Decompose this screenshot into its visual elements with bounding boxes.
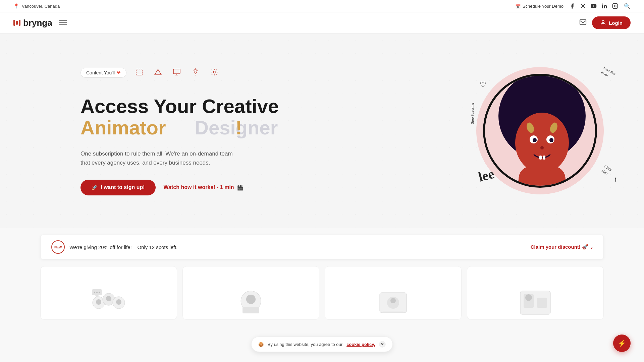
monitor-tool-icon [171,66,183,78]
svg-text:Stop Stressing: Stop Stressing [470,103,474,124]
logo[interactable]: brynga [13,18,52,28]
location-pin-icon: 📍 [13,3,19,9]
card-1 [40,266,177,320]
fab-power-button[interactable]: ⚡ [613,335,631,352]
signup-button[interactable]: 🚀 I want to sign up! [80,180,156,195]
svg-point-10 [213,71,215,73]
card-3 [325,266,462,320]
hero-buttons: 🚀 I want to sign up! Watch how it works!… [80,180,322,195]
pin-tool-icon [190,66,202,78]
stop-stressing-annotation: Stop Stressing [470,97,476,124]
svg-point-1 [602,4,603,5]
banner-message: We're giving 20% off for life! – Only 12… [69,244,177,250]
hero-illustration: ♡ Stop Stressing leave that to us! lee C… [470,60,610,201]
svg-rect-2 [613,4,618,9]
location-bar: 📍 Vancouver, Canada [13,3,60,9]
leave-annotation: leave that to us! [594,63,634,98]
svg-point-50 [525,294,532,301]
nav-right: Login [579,16,631,29]
facebook-icon[interactable] [569,3,576,9]
hero-content: Content You'll ❤ [80,66,322,195]
svg-rect-4 [580,19,586,24]
tool-icons-bar [133,66,220,78]
instagram-icon[interactable] [612,3,619,9]
svg-rect-49 [537,298,547,308]
login-label: Login [609,20,623,26]
top-bar-right: 📅 Schedule Your Demo 🔍 [515,3,631,9]
banner-arrow-icon: › [591,244,593,250]
social-icons-group [569,3,619,9]
cookie-message: By using this website, you agree to our [268,342,342,347]
card-2-illustration [231,286,271,319]
svg-point-15 [533,138,537,142]
top-bar: 📍 Vancouver, Canada 📅 Schedule Your Demo [0,0,644,12]
selection-tool-icon [133,66,145,78]
card-4 [467,266,604,320]
svg-point-41 [246,295,256,304]
settings-tool-icon [208,66,220,78]
svg-point-12 [515,113,569,173]
login-button[interactable]: Login [592,16,631,29]
svg-point-45 [390,298,396,303]
logo-text: brynga [23,18,52,28]
svg-point-19 [540,146,544,149]
svg-point-38 [96,292,98,293]
hero-section: Content You'll ❤ [0,34,644,228]
click-annotation: Click Here [598,161,629,187]
card-1-illustration [89,286,129,319]
badge-heart-icon: ❤ [117,70,121,75]
main-navbar: brynga Login [0,12,644,34]
svg-rect-21 [543,156,545,160]
card-2 [182,266,319,320]
cookie-banner: 🍪 By using this website, you agree to ou… [251,337,393,352]
content-badge: Content You'll ❤ [80,68,126,78]
svg-rect-22 [535,166,549,176]
svg-rect-6 [136,69,142,75]
calendar-icon: 📅 [515,4,521,9]
search-icon[interactable]: 🔍 [624,3,631,9]
hero-animated-word: Animator [80,117,166,138]
linkedin-icon[interactable] [601,3,608,9]
banner-left: NEW We're giving 20% off for life! – Onl… [51,240,177,254]
cards-section [40,266,604,320]
cookie-emoji: 🍪 [258,342,264,347]
hero-cursor: ! [235,117,242,138]
svg-rect-20 [539,156,542,160]
rocket-icon: 🚀 [91,184,98,191]
svg-text:lee: lee [477,166,496,185]
triangle-tool-icon [152,66,164,78]
svg-point-34 [116,299,121,305]
svg-point-33 [106,296,111,301]
twitter-x-icon[interactable] [580,3,586,9]
discount-banner: NEW We're giving 20% off for life! – Onl… [40,235,604,259]
hero-description: One subscription to rule them all. We're… [80,149,241,167]
svg-point-5 [602,20,604,22]
hero-title: Access Your Creative Animator Designer ! [80,96,322,144]
heart-annotation: ♡ [480,80,486,89]
card-4-illustration [515,286,555,319]
svg-point-16 [549,138,553,142]
new-badge: NEW [51,240,65,254]
video-icon: 🎬 [237,184,244,191]
svg-point-32 [96,299,101,305]
lightning-icon: ⚡ [618,339,626,347]
location-text: Vancouver, Canada [22,4,60,9]
cookie-policy-link[interactable]: cookie policy. [346,342,375,347]
youtube-icon[interactable] [590,3,597,9]
svg-rect-7 [173,69,180,74]
card-3-illustration [373,286,413,319]
nav-left: brynga [13,18,67,28]
watch-button[interactable]: Watch how it works! - 1 min 🎬 [164,184,244,191]
mail-icon[interactable] [579,18,587,27]
hamburger-menu[interactable] [59,20,67,25]
svg-point-37 [94,292,95,293]
svg-rect-42 [243,307,259,313]
svg-point-8 [195,70,196,71]
schedule-demo-link[interactable]: 📅 Schedule Your Demo [515,4,564,9]
logo-icon [13,20,20,26]
svg-point-39 [99,292,100,293]
cookie-close-button[interactable]: ✕ [379,341,386,348]
banner-cta[interactable]: Claim your discount! 🚀 › [531,244,593,250]
